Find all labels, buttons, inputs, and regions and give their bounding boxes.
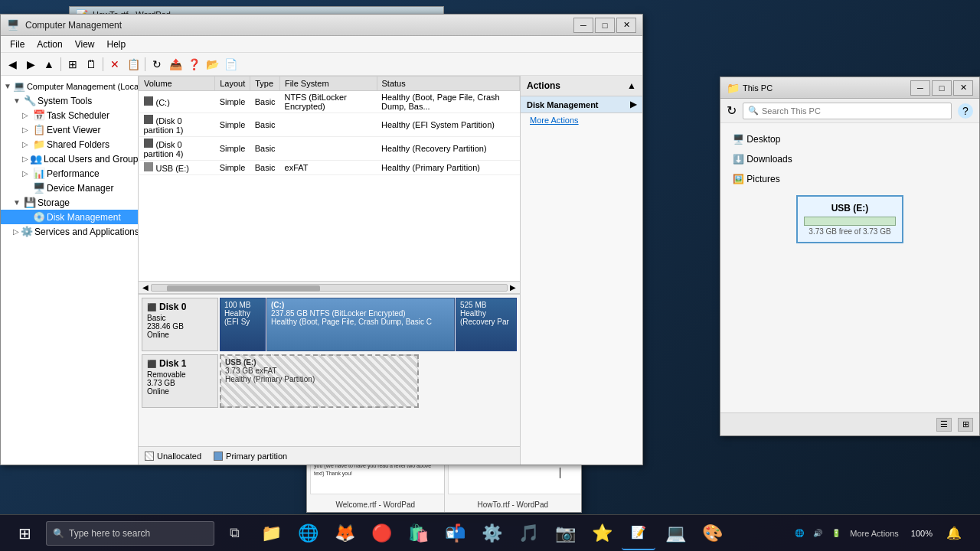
fe-close-button[interactable]: ✕ — [953, 80, 973, 96]
tree-item-event-viewer[interactable]: ▷ 📋 Event Viewer — [1, 122, 138, 137]
taskbar-wordpad[interactable]: 📝 — [622, 517, 655, 550]
hscroll-left-button[interactable]: ◀ — [140, 283, 151, 292]
file-explorer-window: 📁 This PC ─ □ ✕ ↻ 🔍 ? 🖥️ Desktop ⬇️ D — [720, 77, 980, 436]
dm-table: Volume Layout Type File System Status (C… — [139, 76, 520, 175]
system-clock[interactable]: 100% — [905, 529, 939, 538]
fe-item-downloads[interactable]: ⬇️ Downloads — [727, 149, 973, 169]
fe-search-bar[interactable]: 🔍 — [743, 103, 952, 119]
part-desc: Healthy (EFI Sy — [224, 309, 261, 326]
tree-item-performance[interactable]: ▷ 📊 Performance — [1, 166, 138, 181]
tree-item-root[interactable]: ▼ 💻 Computer Management (Local) — [1, 79, 138, 93]
fe-minimize-button[interactable]: ─ — [910, 80, 930, 96]
col-layout[interactable]: Layout — [215, 77, 250, 91]
tree-item-device-manager[interactable]: 🖥️ Device Manager — [1, 181, 138, 195]
fe-view-list-button[interactable]: ☰ — [936, 418, 952, 432]
fe-item-desktop[interactable]: 🖥️ Desktop — [727, 129, 973, 149]
tree-expand-shared-folders: ▷ — [22, 140, 31, 148]
taskbar-camera[interactable]: 📷 — [548, 517, 582, 550]
table-row[interactable]: USB (E:) Simple Basic exFAT Healthy (Pri… — [139, 161, 520, 175]
fe-toolbar: ↻ 🔍 ? — [720, 99, 979, 123]
taskbar-paint[interactable]: 🎨 — [695, 517, 729, 550]
cm-minimize-button[interactable]: ─ — [573, 18, 593, 33]
disk1-label: ⬛ Disk 1 Removable 3.73 GB Online — [142, 354, 218, 408]
table-row[interactable]: (Disk 0 partition 4) Simple Basic Health… — [139, 137, 520, 161]
delete-button[interactable]: ✕ — [106, 56, 123, 73]
show-desktop-button[interactable] — [969, 517, 974, 550]
col-volume[interactable]: Volume — [139, 77, 215, 91]
hscroll-right-button[interactable]: ▶ — [508, 283, 518, 292]
notification-button[interactable]: 🔔 — [942, 517, 966, 550]
fe-search-input[interactable] — [762, 106, 946, 116]
dm-hscrollbar[interactable]: ◀ ▶ — [139, 281, 520, 293]
fe-maximize-button[interactable]: □ — [932, 80, 952, 96]
taskbar-store[interactable]: 🛍️ — [401, 517, 435, 550]
actions-section-disk-mgmt[interactable]: Disk Management ▶ — [521, 96, 642, 113]
col-status[interactable]: Status — [377, 77, 519, 91]
cm-close-button[interactable]: ✕ — [616, 18, 636, 33]
back-button[interactable]: ◀ — [4, 56, 21, 73]
taskbar-search[interactable]: 🔍 Type here to search — [46, 521, 214, 546]
actions-collapse-icon[interactable]: ▲ — [627, 80, 636, 91]
disk1-part-usb[interactable]: USB (E:) 3.73 GB exFAT Healthy (Primary … — [220, 354, 419, 408]
taskbar-mail[interactable]: 📬 — [438, 517, 472, 550]
task-view-button[interactable]: ⧉ — [217, 517, 251, 550]
col-type[interactable]: Type — [250, 77, 280, 91]
up-button[interactable]: ▲ — [41, 56, 57, 73]
show-hide-tree-button[interactable]: ⊞ — [64, 56, 81, 73]
hscroll-thumb[interactable] — [167, 285, 320, 292]
tree-item-system-tools[interactable]: ▼ 🔧 System Tools — [1, 93, 138, 108]
menu-action[interactable]: Action — [31, 37, 68, 51]
taskbar-firefox[interactable]: 🦊 — [328, 517, 361, 550]
refresh-button[interactable]: ↻ — [149, 56, 165, 73]
menu-help[interactable]: Help — [101, 37, 132, 51]
properties-button[interactable]: 📋 — [125, 56, 142, 73]
system-tray-battery[interactable]: 🔋 — [828, 517, 844, 550]
system-tray-sound[interactable]: 🔊 — [810, 517, 825, 550]
start-button[interactable]: ⊞ — [6, 515, 43, 552]
cm-maximize-button[interactable]: □ — [595, 18, 615, 33]
taskbar-settings[interactable]: ⚙️ — [475, 517, 508, 550]
tree-item-services[interactable]: ▷ ⚙️ Services and Applications — [1, 224, 138, 239]
taskbar-antivirus[interactable]: 🔴 — [364, 517, 398, 550]
more-actions-button[interactable]: More Actions — [521, 113, 642, 127]
tree-item-task-scheduler[interactable]: ▷ 📅 Task Scheduler — [1, 108, 138, 122]
cell-layout: Simple — [215, 137, 250, 161]
help-toolbar-button[interactable]: ❓ — [185, 56, 202, 73]
actions-panel: Actions ▲ Disk Management ▶ More Actions — [520, 76, 642, 465]
hscroll-track[interactable] — [151, 284, 508, 292]
tree-item-shared-folders[interactable]: ▷ 📁 Shared Folders — [1, 137, 138, 152]
new-button[interactable]: 📄 — [222, 56, 239, 73]
fe-usb-drive[interactable]: USB (E:) 3.73 GB free of 3.73 GB — [796, 195, 903, 243]
disk0-part-efi[interactable]: 100 MB Healthy (EFI Sy — [220, 298, 266, 351]
tree-item-disk-management[interactable]: 💿 Disk Management — [1, 210, 138, 224]
taskbar-file-explorer[interactable]: 📁 — [254, 517, 288, 550]
menu-view[interactable]: View — [69, 37, 101, 51]
cell-layout: Simple — [215, 161, 250, 175]
fe-desktop-icon: 🖥️ — [733, 134, 744, 145]
taskbar-music[interactable]: 🎵 — [511, 517, 545, 550]
taskbar-edge[interactable]: 🌐 — [291, 517, 325, 550]
export-button[interactable]: 📤 — [167, 56, 184, 73]
disk0-part-c[interactable]: (C:) 237.85 GB NTFS (BitLocker Encrypted… — [266, 298, 455, 351]
fe-item-pictures[interactable]: 🖼️ Pictures — [727, 169, 973, 189]
tree-item-storage[interactable]: ▼ 💾 Storage — [1, 195, 138, 210]
open-button[interactable]: 📂 — [204, 56, 220, 73]
taskbar-computer-mgmt[interactable]: 💻 — [658, 517, 692, 550]
fe-statusbar: ☰ ⊞ — [720, 412, 979, 435]
tree-item-local-users[interactable]: ▷ 👥 Local Users and Groups — [1, 152, 138, 166]
fe-refresh-icon[interactable]: ↻ — [727, 103, 737, 118]
disk0-part-recovery[interactable]: 525 MB Healthy (Recovery Par — [456, 298, 517, 351]
toolbar-icon-2[interactable]: 🗒 — [83, 56, 100, 73]
cell-layout: Simple — [215, 91, 250, 113]
forward-button[interactable]: ▶ — [22, 56, 39, 73]
system-tray-network[interactable]: 🌐 — [792, 517, 807, 550]
disk1-parts: USB (E:) 3.73 GB exFAT Healthy (Primary … — [220, 354, 517, 408]
table-row[interactable]: (Disk 0 partition 1) Simple Basic Health… — [139, 113, 520, 137]
fe-view-grid-button[interactable]: ⊞ — [958, 418, 973, 432]
taskbar-star[interactable]: ⭐ — [585, 517, 619, 550]
col-filesystem[interactable]: File System — [280, 77, 377, 91]
menu-file[interactable]: File — [4, 37, 31, 51]
table-row[interactable]: (C:) Simple Basic NTFS (BitLocker Encryp… — [139, 91, 520, 113]
actions-section-expand-icon: ▶ — [630, 99, 636, 109]
fe-help-icon[interactable]: ? — [958, 103, 973, 119]
